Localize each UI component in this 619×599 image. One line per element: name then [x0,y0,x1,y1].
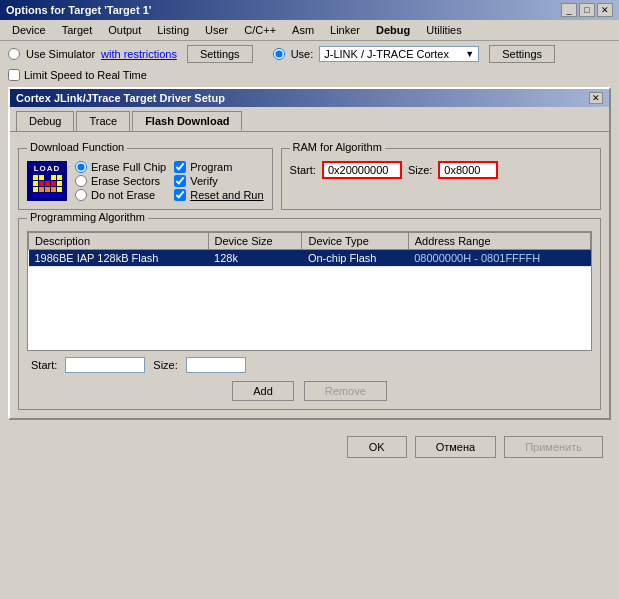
menu-cpp[interactable]: C/C++ [236,22,284,38]
erase-sectors-row: Erase Sectors [75,175,166,187]
tab-trace[interactable]: Trace [76,111,130,131]
ok-button[interactable]: OK [347,436,407,458]
simulator-settings-button[interactable]: Settings [187,45,253,63]
col-device-size: Device Size [208,233,302,250]
limit-speed-checkbox[interactable] [8,69,20,81]
size-label: Size: [408,164,432,176]
close-button[interactable]: ✕ [597,3,613,17]
menu-listing[interactable]: Listing [149,22,197,38]
menu-device[interactable]: Device [4,22,54,38]
erase-full-chip-row: Erase Full Chip [75,161,166,173]
verify-checkbox[interactable] [174,175,186,187]
bottom-bar: OK Отмена Применить [0,428,619,466]
load-icon: LOAD [27,161,67,201]
programming-algorithm-title: Programming Algorithm [27,211,148,223]
menu-linker[interactable]: Linker [322,22,368,38]
do-not-erase-row: Do not Erase [75,189,166,201]
col-description: Description [29,233,209,250]
program-options: Program Verify Reset and Run [174,161,263,201]
limit-speed-row: Limit Speed to Real Time [0,67,619,83]
outer-window: Options for Target 'Target 1' _ □ ✕ Devi… [0,0,619,599]
cell-address-range: 08000000H - 0801FFFFH [408,250,590,267]
limit-speed-label: Limit Speed to Real Time [24,69,147,81]
prog-start-input[interactable] [65,357,145,373]
program-row: Program [174,161,263,173]
size-input[interactable] [438,161,498,179]
titlebar-controls: _ □ ✕ [561,3,613,17]
menubar: Device Target Output Listing User C/C++ … [0,20,619,41]
prog-size-label: Size: [153,359,177,371]
add-remove-row: Add Remove [27,381,592,401]
program-label: Program [190,161,232,173]
use-label: Use: [291,48,314,60]
menu-output[interactable]: Output [100,22,149,38]
outer-window-title: Options for Target 'Target 1' [6,4,151,16]
menu-utilities[interactable]: Utilities [418,22,469,38]
start-label: Start: [290,164,316,176]
col-device-type: Device Type [302,233,408,250]
erase-options: Erase Full Chip Erase Sectors Do not Era… [75,161,166,201]
reset-and-run-checkbox[interactable] [174,189,186,201]
do-not-erase-radio[interactable] [75,189,87,201]
download-function-group: Download Function LOAD [18,148,273,210]
prog-start-label: Start: [31,359,57,371]
ram-for-algorithm-title: RAM for Algorithm [290,141,385,153]
algorithm-table: Description Device Size Device Type Addr… [28,232,591,267]
jlink-settings-button[interactable]: Settings [489,45,555,63]
inner-close-button[interactable]: ✕ [589,92,603,104]
address-range-link[interactable]: 08000000H - 0801FFFFH [414,252,540,264]
tabs-bar: Debug Trace Flash Download [10,107,609,131]
programming-algorithm-group: Programming Algorithm Description Device… [18,218,601,410]
remove-button[interactable]: Remove [304,381,387,401]
reset-and-run-row: Reset and Run [174,189,263,201]
add-button[interactable]: Add [232,381,294,401]
table-row[interactable]: 1986BE IAP 128kB Flash 128k On-chip Flas… [29,250,591,267]
prog-start-size-row: Start: Size: [27,357,592,373]
inner-dialog: Cortex JLink/JTrace Target Driver Setup … [8,87,611,420]
tab-flash-download[interactable]: Flash Download [132,111,242,131]
table-header-row: Description Device Size Device Type Addr… [29,233,591,250]
erase-sectors-radio[interactable] [75,175,87,187]
reset-and-run-label: Reset and Run [190,189,263,201]
prog-size-input[interactable] [186,357,246,373]
jlink-dropdown-value: J-LINK / J-TRACE Cortex [324,48,449,60]
use-simulator-radio[interactable] [8,48,20,60]
cell-device-type: On-chip Flash [302,250,408,267]
cancel-button[interactable]: Отмена [415,436,496,458]
inner-titlebar: Cortex JLink/JTrace Target Driver Setup … [10,89,609,107]
use-simulator-label: Use Simulator [26,48,95,60]
do-not-erase-label: Do not Erase [91,189,155,201]
use-radio-group: Use: J-LINK / J-TRACE Cortex ▼ [273,46,480,62]
with-restrictions-link[interactable]: with restrictions [101,48,177,60]
program-checkbox[interactable] [174,161,186,173]
algorithm-table-container: Description Device Size Device Type Addr… [27,231,592,351]
ram-for-algorithm-group: RAM for Algorithm Start: Size: [281,148,601,210]
col-address-range: Address Range [408,233,590,250]
two-col-layout: Download Function LOAD [18,140,601,210]
inner-dialog-title: Cortex JLink/JTrace Target Driver Setup [16,92,225,104]
verify-label: Verify [190,175,218,187]
minimize-button[interactable]: _ [561,3,577,17]
use-device-radio[interactable] [273,48,285,60]
df-content: LOAD [27,161,264,201]
start-input[interactable] [322,161,402,179]
menu-debug[interactable]: Debug [368,22,418,38]
apply-button[interactable]: Применить [504,436,603,458]
menu-user[interactable]: User [197,22,236,38]
toolbar-row: Use Simulator with restrictions Settings… [0,41,619,67]
menu-asm[interactable]: Asm [284,22,322,38]
maximize-button[interactable]: □ [579,3,595,17]
tab-debug[interactable]: Debug [16,111,74,131]
prog-algo-inner: Description Device Size Device Type Addr… [27,231,592,401]
menu-target[interactable]: Target [54,22,101,38]
cell-device-size: 128k [208,250,302,267]
dropdown-arrow-icon: ▼ [465,49,474,59]
download-function-title: Download Function [27,141,127,153]
erase-full-chip-radio[interactable] [75,161,87,173]
outer-titlebar: Options for Target 'Target 1' _ □ ✕ [0,0,619,20]
simulator-radio-group: Use Simulator with restrictions [8,48,177,60]
ram-fields: Start: Size: [290,161,592,179]
tab-content: Download Function LOAD [10,131,609,418]
erase-full-chip-label: Erase Full Chip [91,161,166,173]
jlink-dropdown[interactable]: J-LINK / J-TRACE Cortex ▼ [319,46,479,62]
